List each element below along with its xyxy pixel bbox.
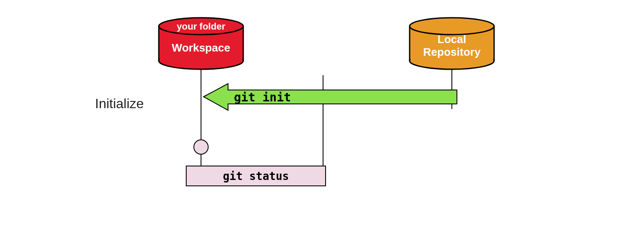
git-status-label: git status (223, 170, 289, 182)
diagram-svg: your folder Workspace Local Repository g… (0, 0, 644, 226)
workspace-caption: your folder (177, 21, 226, 32)
git-status-box: git status (186, 166, 326, 186)
localrepo-title-line2: Repository (423, 46, 481, 58)
commit-node-icon (194, 140, 208, 154)
git-init-arrow: git init (204, 84, 457, 110)
localrepo-cylinder: Local Repository (410, 18, 494, 69)
initialize-label: Initialize (95, 96, 144, 112)
git-init-label: git init (234, 90, 291, 104)
svg-point-11 (410, 18, 494, 35)
localrepo-title-line1: Local (437, 33, 466, 46)
workspace-cylinder: your folder Workspace (159, 18, 243, 69)
workspace-title: Workspace (172, 41, 230, 54)
diagram-stage: Initialize your folder Workspace (0, 0, 644, 226)
